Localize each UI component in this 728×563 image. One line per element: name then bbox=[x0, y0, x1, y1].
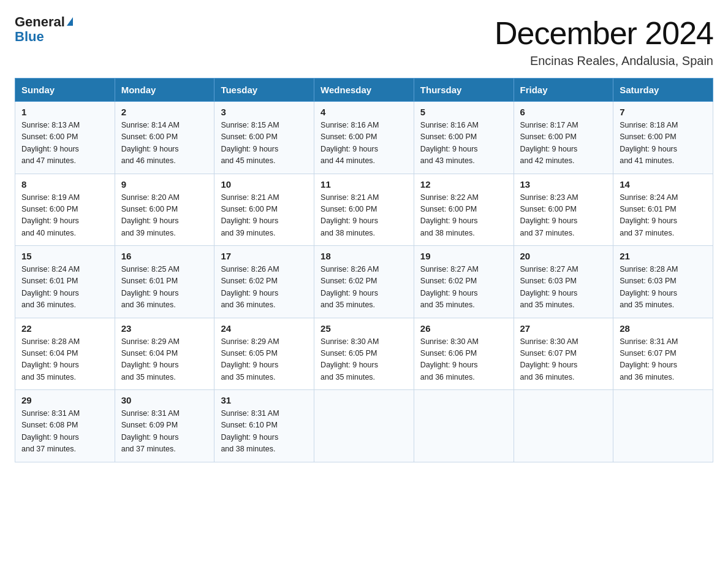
day-number: 5 bbox=[420, 107, 507, 117]
weekday-header-sunday: Sunday bbox=[15, 79, 115, 102]
day-number: 18 bbox=[320, 251, 408, 261]
day-number: 26 bbox=[420, 323, 507, 334]
calendar-cell: 19 Sunrise: 8:27 AMSunset: 6:02 PMDaylig… bbox=[414, 246, 514, 318]
day-info: Sunrise: 8:23 AMSunset: 6:00 PMDaylight:… bbox=[520, 192, 607, 240]
calendar-week-row: 15 Sunrise: 8:24 AMSunset: 6:01 PMDaylig… bbox=[15, 246, 713, 318]
calendar-cell: 17 Sunrise: 8:26 AMSunset: 6:02 PMDaylig… bbox=[214, 246, 314, 318]
calendar-cell: 23 Sunrise: 8:29 AMSunset: 6:04 PMDaylig… bbox=[115, 318, 214, 390]
day-info: Sunrise: 8:16 AMSunset: 6:00 PMDaylight:… bbox=[320, 120, 408, 167]
day-number: 29 bbox=[21, 395, 108, 405]
day-info: Sunrise: 8:24 AMSunset: 6:01 PMDaylight:… bbox=[21, 264, 108, 312]
day-number: 9 bbox=[121, 179, 208, 190]
day-number: 25 bbox=[320, 323, 408, 334]
subtitle: Encinas Reales, Andalusia, Spain bbox=[495, 54, 713, 68]
calendar-cell bbox=[414, 390, 514, 462]
calendar-cell: 27 Sunrise: 8:30 AMSunset: 6:07 PMDaylig… bbox=[514, 318, 613, 390]
calendar-cell: 14 Sunrise: 8:24 AMSunset: 6:01 PMDaylig… bbox=[613, 174, 713, 246]
day-info: Sunrise: 8:21 AMSunset: 6:00 PMDaylight:… bbox=[320, 192, 408, 240]
day-number: 12 bbox=[420, 179, 507, 190]
day-info: Sunrise: 8:13 AMSunset: 6:00 PMDaylight:… bbox=[21, 120, 108, 167]
calendar-cell: 1 Sunrise: 8:13 AMSunset: 6:00 PMDayligh… bbox=[15, 102, 115, 174]
day-info: Sunrise: 8:15 AMSunset: 6:00 PMDaylight:… bbox=[221, 120, 308, 167]
calendar-cell: 2 Sunrise: 8:14 AMSunset: 6:00 PMDayligh… bbox=[115, 102, 214, 174]
day-number: 20 bbox=[520, 251, 607, 261]
calendar-cell: 4 Sunrise: 8:16 AMSunset: 6:00 PMDayligh… bbox=[314, 102, 414, 174]
day-info: Sunrise: 8:28 AMSunset: 6:04 PMDaylight:… bbox=[21, 336, 108, 384]
calendar-cell bbox=[613, 390, 713, 462]
day-number: 30 bbox=[121, 395, 208, 405]
page-header: General Blue December 2024 Encinas Reale… bbox=[15, 15, 713, 68]
day-number: 11 bbox=[320, 179, 408, 190]
day-number: 7 bbox=[620, 107, 707, 117]
logo: General Blue bbox=[15, 15, 73, 44]
day-info: Sunrise: 8:25 AMSunset: 6:01 PMDaylight:… bbox=[121, 264, 208, 312]
calendar-week-row: 1 Sunrise: 8:13 AMSunset: 6:00 PMDayligh… bbox=[15, 102, 713, 174]
calendar-cell: 28 Sunrise: 8:31 AMSunset: 6:07 PMDaylig… bbox=[613, 318, 713, 390]
day-number: 10 bbox=[221, 179, 308, 190]
logo-triangle-icon bbox=[67, 17, 73, 26]
title-block: December 2024 Encinas Reales, Andalusia,… bbox=[495, 15, 713, 68]
weekday-header-tuesday: Tuesday bbox=[214, 79, 314, 102]
day-info: Sunrise: 8:20 AMSunset: 6:00 PMDaylight:… bbox=[121, 192, 208, 240]
day-info: Sunrise: 8:22 AMSunset: 6:00 PMDaylight:… bbox=[420, 192, 507, 240]
weekday-header-wednesday: Wednesday bbox=[314, 79, 414, 102]
day-number: 3 bbox=[221, 107, 308, 117]
day-number: 19 bbox=[420, 251, 507, 261]
day-info: Sunrise: 8:26 AMSunset: 6:02 PMDaylight:… bbox=[221, 264, 308, 312]
day-number: 27 bbox=[520, 323, 607, 334]
calendar-cell bbox=[514, 390, 613, 462]
day-number: 13 bbox=[520, 179, 607, 190]
calendar-cell: 9 Sunrise: 8:20 AMSunset: 6:00 PMDayligh… bbox=[115, 174, 214, 246]
calendar-cell: 22 Sunrise: 8:28 AMSunset: 6:04 PMDaylig… bbox=[15, 318, 115, 390]
day-number: 15 bbox=[21, 251, 108, 261]
calendar-cell bbox=[314, 390, 414, 462]
calendar-cell: 25 Sunrise: 8:30 AMSunset: 6:05 PMDaylig… bbox=[314, 318, 414, 390]
day-info: Sunrise: 8:31 AMSunset: 6:09 PMDaylight:… bbox=[121, 408, 208, 456]
day-info: Sunrise: 8:26 AMSunset: 6:02 PMDaylight:… bbox=[320, 264, 408, 312]
day-info: Sunrise: 8:31 AMSunset: 6:08 PMDaylight:… bbox=[21, 408, 108, 456]
day-info: Sunrise: 8:30 AMSunset: 6:06 PMDaylight:… bbox=[420, 336, 507, 384]
calendar-cell: 15 Sunrise: 8:24 AMSunset: 6:01 PMDaylig… bbox=[15, 246, 115, 318]
calendar-cell: 26 Sunrise: 8:30 AMSunset: 6:06 PMDaylig… bbox=[414, 318, 514, 390]
calendar-cell: 7 Sunrise: 8:18 AMSunset: 6:00 PMDayligh… bbox=[613, 102, 713, 174]
calendar-cell: 11 Sunrise: 8:21 AMSunset: 6:00 PMDaylig… bbox=[314, 174, 414, 246]
day-info: Sunrise: 8:17 AMSunset: 6:00 PMDaylight:… bbox=[520, 120, 607, 167]
day-info: Sunrise: 8:31 AMSunset: 6:10 PMDaylight:… bbox=[221, 408, 308, 456]
day-info: Sunrise: 8:16 AMSunset: 6:00 PMDaylight:… bbox=[420, 120, 507, 167]
day-number: 31 bbox=[221, 395, 308, 405]
day-number: 4 bbox=[320, 107, 408, 117]
day-number: 14 bbox=[620, 179, 707, 190]
day-number: 23 bbox=[121, 323, 208, 334]
day-number: 16 bbox=[121, 251, 208, 261]
calendar-cell: 31 Sunrise: 8:31 AMSunset: 6:10 PMDaylig… bbox=[214, 390, 314, 462]
calendar-cell: 8 Sunrise: 8:19 AMSunset: 6:00 PMDayligh… bbox=[15, 174, 115, 246]
weekday-header-monday: Monday bbox=[115, 79, 214, 102]
day-info: Sunrise: 8:30 AMSunset: 6:07 PMDaylight:… bbox=[520, 336, 607, 384]
calendar-cell: 29 Sunrise: 8:31 AMSunset: 6:08 PMDaylig… bbox=[15, 390, 115, 462]
calendar-cell: 16 Sunrise: 8:25 AMSunset: 6:01 PMDaylig… bbox=[115, 246, 214, 318]
day-number: 28 bbox=[620, 323, 707, 334]
day-info: Sunrise: 8:18 AMSunset: 6:00 PMDaylight:… bbox=[620, 120, 707, 167]
logo-blue-text: Blue bbox=[15, 29, 73, 44]
day-info: Sunrise: 8:19 AMSunset: 6:00 PMDaylight:… bbox=[21, 192, 108, 240]
calendar-cell: 21 Sunrise: 8:28 AMSunset: 6:03 PMDaylig… bbox=[613, 246, 713, 318]
day-info: Sunrise: 8:24 AMSunset: 6:01 PMDaylight:… bbox=[620, 192, 707, 240]
calendar-cell: 20 Sunrise: 8:27 AMSunset: 6:03 PMDaylig… bbox=[514, 246, 613, 318]
day-info: Sunrise: 8:14 AMSunset: 6:00 PMDaylight:… bbox=[121, 120, 208, 167]
weekday-header-saturday: Saturday bbox=[613, 79, 713, 102]
day-info: Sunrise: 8:28 AMSunset: 6:03 PMDaylight:… bbox=[620, 264, 707, 312]
main-title: December 2024 bbox=[495, 15, 713, 52]
calendar-week-row: 8 Sunrise: 8:19 AMSunset: 6:00 PMDayligh… bbox=[15, 174, 713, 246]
day-number: 22 bbox=[21, 323, 108, 334]
day-info: Sunrise: 8:29 AMSunset: 6:05 PMDaylight:… bbox=[221, 336, 308, 384]
calendar-cell: 30 Sunrise: 8:31 AMSunset: 6:09 PMDaylig… bbox=[115, 390, 214, 462]
calendar-cell: 3 Sunrise: 8:15 AMSunset: 6:00 PMDayligh… bbox=[214, 102, 314, 174]
calendar-cell: 13 Sunrise: 8:23 AMSunset: 6:00 PMDaylig… bbox=[514, 174, 613, 246]
weekday-header-thursday: Thursday bbox=[414, 79, 514, 102]
weekday-header-friday: Friday bbox=[514, 79, 613, 102]
calendar-cell: 5 Sunrise: 8:16 AMSunset: 6:00 PMDayligh… bbox=[414, 102, 514, 174]
day-number: 8 bbox=[21, 179, 108, 190]
calendar-table: SundayMondayTuesdayWednesdayThursdayFrid… bbox=[15, 78, 713, 462]
day-info: Sunrise: 8:27 AMSunset: 6:03 PMDaylight:… bbox=[520, 264, 607, 312]
day-number: 17 bbox=[221, 251, 308, 261]
